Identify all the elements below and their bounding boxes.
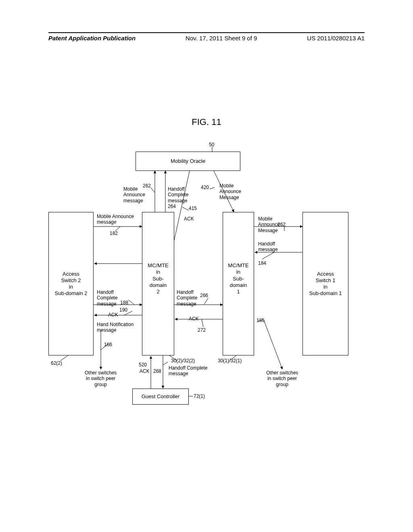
- label-ack-520: ACK: [140, 368, 150, 374]
- ref-50: 50: [209, 142, 214, 148]
- svg-line-3: [172, 171, 190, 251]
- ref-721: 72(1): [194, 393, 205, 399]
- label-handoff-complete-268: Handoff Complete message: [169, 365, 208, 377]
- svg-line-24: [264, 320, 282, 369]
- header-left: Patent Application Publication: [48, 35, 136, 42]
- label-handoff-184: Handoff message: [258, 241, 278, 253]
- label-mobile-announce-262-left: Mobile Announce message: [123, 186, 145, 204]
- svg-line-27: [210, 187, 215, 189]
- box-guest-controller: Guest Controller: [132, 389, 189, 405]
- label-ack-272: ACK: [189, 316, 199, 322]
- box-mcmte-1: MC/MTE in Sub-domain 1: [223, 212, 254, 355]
- box-access-switch-2: Access Switch 2 in Sub-domain 2: [48, 212, 94, 355]
- box-mobility-oracle: Mobility Oracle: [136, 152, 240, 171]
- svg-line-19: [163, 362, 168, 365]
- figure-title: FIG. 11: [0, 117, 413, 127]
- ref-184: 184: [258, 260, 266, 266]
- label-handoff-complete-188: Handoff Complete message: [97, 289, 117, 307]
- ref-266: 266: [200, 293, 208, 298]
- ref-185: 185: [257, 318, 265, 323]
- label-other-switches-left: Other switches in switch peer group: [85, 370, 117, 387]
- ref-188: 188: [120, 300, 128, 305]
- label-mobile-announce-182: Mobile Announce message: [97, 214, 134, 225]
- label-handoff-complete-264: Handoff Complete message 264: [168, 186, 188, 210]
- ref-272: 272: [198, 327, 206, 333]
- ref-520: 520: [139, 362, 147, 368]
- ref-420: 420: [201, 185, 209, 190]
- svg-line-26: [151, 188, 155, 193]
- page-header: Patent Application Publication Nov. 17, …: [48, 32, 365, 42]
- ref-262-left: 262: [143, 183, 151, 189]
- header-center: Nov. 17, 2011 Sheet 9 of 9: [186, 35, 257, 42]
- mcmte-1-label: MC/MTE in Sub-domain 1: [225, 262, 252, 295]
- ref-190: 190: [119, 307, 127, 313]
- svg-line-16: [60, 355, 69, 361]
- label-mobile-announce-262-right: Mobile Announce Message: [258, 216, 280, 233]
- header-right: US 2011/0280213 A1: [307, 35, 365, 42]
- ref-182: 182: [110, 231, 118, 236]
- ref-268: 268: [153, 368, 161, 374]
- box-mcmte-2: MC/MTE in Sub-domain 2: [142, 212, 174, 355]
- mobility-oracle-label: Mobility Oracle: [171, 158, 205, 164]
- label-mobile-announce-right: Mobile Announce Message: [219, 183, 241, 200]
- label-hand-notification-186: Hand Notification message: [97, 322, 133, 333]
- ref-301-321: 30(1)/32(1): [218, 358, 242, 364]
- ref-186: 186: [104, 342, 112, 347]
- label-ack-415: ACK: [184, 216, 194, 222]
- access-switch-1-label: Access Switch 1 in Sub-domain 1: [309, 271, 342, 297]
- ref-302-322: 30(2)/32(2): [171, 358, 195, 364]
- box-access-switch-1: Access Switch 1 in Sub-domain 1: [302, 212, 348, 355]
- access-switch-2-label: Access Switch 2 in Sub-domain 2: [55, 271, 88, 297]
- diagram-container: Mobility Oracle Access Switch 2 in Sub-d…: [48, 144, 365, 406]
- svg-line-31: [204, 298, 208, 304]
- svg-line-30: [128, 300, 134, 304]
- svg-line-7: [262, 252, 274, 259]
- ref-622: 62(2): [51, 360, 62, 366]
- label-handoff-complete-266: Handoff Complete message: [177, 289, 197, 307]
- svg-line-13: [202, 319, 203, 327]
- ref-262-right: 262: [277, 222, 286, 227]
- mcmte-2-label: MC/MTE in Sub-domain 2: [144, 262, 172, 295]
- label-ack-190: ACK: [108, 312, 118, 318]
- guest-controller-label: Guest Controller: [142, 393, 180, 400]
- label-other-switches-right: Other switches in switch peer group: [266, 370, 298, 387]
- ref-415: 415: [189, 206, 197, 211]
